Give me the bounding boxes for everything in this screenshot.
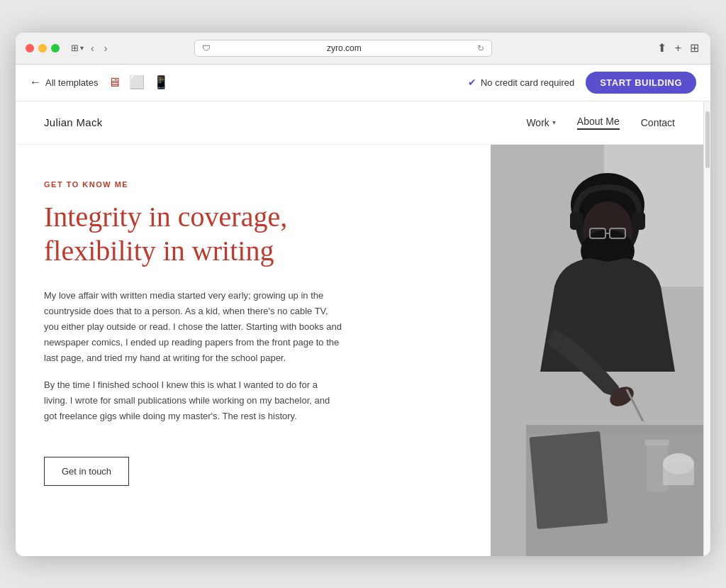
site-logo: Julian Mack [44,116,103,128]
section-label: GET TO KNOW ME [44,180,462,189]
svg-rect-15 [526,425,703,433]
reload-icon[interactable]: ↻ [477,43,484,53]
site-headline: Integrity in coverage, flexibility in wr… [44,200,342,268]
scrollbar[interactable] [703,101,710,556]
site-left-panel: GET TO KNOW ME Integrity in coverage, fl… [16,145,491,556]
back-arrow-icon: ← [30,76,41,89]
device-switcher: 🖥 ⬜ 📱 [106,73,170,91]
minimize-button[interactable] [38,44,47,52]
svg-rect-18 [645,440,669,445]
all-templates-label: All templates [45,77,98,88]
address-bar[interactable]: 🛡 zyro.com ↻ [194,40,492,57]
start-building-button[interactable]: START BUILDING [586,72,696,94]
back-button[interactable]: ‹ [88,41,97,55]
url-text: zyro.com [215,43,473,53]
window-controls: ⊞▾ ‹ › [71,41,110,55]
nav-contact[interactable]: Contact [641,117,675,128]
scrollbar-thumb[interactable] [705,111,710,168]
grid-button[interactable]: ⊞ [688,40,700,56]
browser-window: ⊞▾ ‹ › 🛡 zyro.com ↻ ⬆ + ⊞ ← All template… [16,33,710,556]
mobile-icon[interactable]: 📱 [152,73,170,91]
traffic-lights [26,44,60,52]
new-tab-button[interactable]: + [674,40,683,56]
forward-button[interactable]: › [101,41,111,55]
website-preview: Julian Mack Work ▾ About Me Contact [16,101,703,556]
nav-about[interactable]: About Me [577,116,620,130]
share-button[interactable]: ⬆ [656,40,668,56]
svg-rect-8 [632,212,645,230]
svg-rect-20 [663,464,694,485]
site-nav-links: Work ▾ About Me Contact [526,116,675,130]
all-templates-button[interactable]: ← All templates [30,76,98,89]
no-credit-text: No credit card required [481,77,574,88]
site-main: GET TO KNOW ME Integrity in coverage, fl… [16,145,703,556]
nav-work[interactable]: Work ▾ [526,117,555,128]
titlebar: ⊞▾ ‹ › 🛡 zyro.com ↻ ⬆ + ⊞ [16,33,710,64]
body-paragraph-1: My love affair with written media starte… [44,288,342,366]
no-credit-badge: ✔ No credit card required [468,77,574,88]
close-button[interactable] [26,44,34,52]
check-icon: ✔ [468,77,476,88]
author-photo [491,145,703,556]
zyro-toolbar: ← All templates 🖥 ⬜ 📱 ✔ No credit card r… [16,65,710,101]
desktop-icon[interactable]: 🖥 [106,74,122,91]
browser-chrome: ⊞▾ ‹ › 🛡 zyro.com ↻ ⬆ + ⊞ [16,33,710,65]
body-paragraph-2: By the time I finished school I knew thi… [44,377,342,424]
sidebar-toggle[interactable]: ⊞▾ [71,43,84,53]
browser-actions: ⬆ + ⊞ [656,40,700,56]
photo-svg [491,145,703,556]
get-in-touch-button[interactable]: Get in touch [44,457,129,486]
site-nav: Julian Mack Work ▾ About Me Contact [16,101,703,145]
tablet-icon[interactable]: ⬜ [128,73,146,91]
svg-rect-16 [530,431,608,528]
dropdown-arrow-icon: ▾ [552,118,556,126]
site-photo-panel [491,145,703,556]
svg-rect-7 [570,212,583,230]
browser-body: Julian Mack Work ▾ About Me Contact [16,101,710,556]
toolbar-right: ✔ No credit card required START BUILDING [468,72,696,94]
maximize-button[interactable] [51,44,60,52]
shield-icon: 🛡 [202,43,211,53]
